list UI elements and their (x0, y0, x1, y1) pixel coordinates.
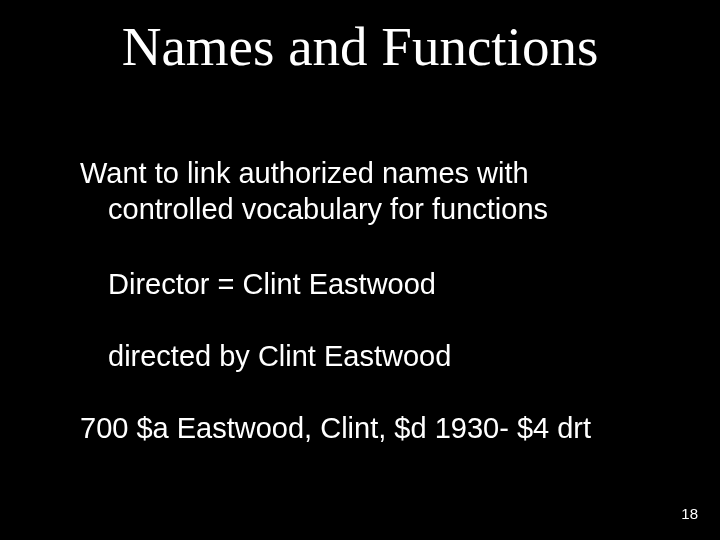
example-directed-by: directed by Clint Eastwood (108, 340, 451, 373)
intro-text: Want to link authorized names with contr… (80, 155, 660, 228)
example-director: Director = Clint Eastwood (108, 268, 436, 301)
intro-line-2: controlled vocabulary for functions (80, 191, 660, 227)
intro-line-1: Want to link authorized names with (80, 155, 660, 191)
slide: Names and Functions Want to link authori… (0, 0, 720, 540)
page-number: 18 (681, 505, 698, 522)
slide-title: Names and Functions (0, 18, 720, 76)
marc-field: 700 $a Eastwood, Clint, $d 1930- $4 drt (80, 412, 591, 445)
